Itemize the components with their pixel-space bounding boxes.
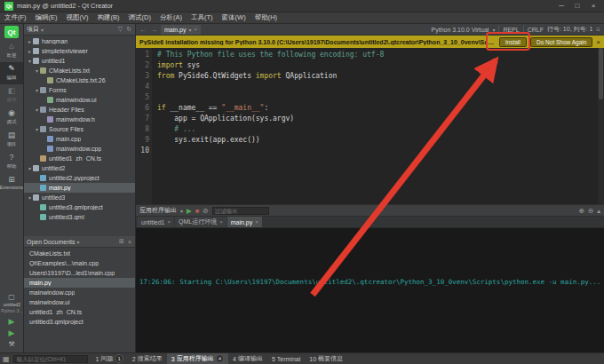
zoom-out-icon[interactable]: ⊖ bbox=[588, 207, 593, 215]
kit-selector[interactable]: ▢ untitled2 Python 3... bbox=[0, 291, 23, 315]
clear-output-icon[interactable]: ⊘ bbox=[203, 207, 208, 215]
open-document-item[interactable]: untitled1_zh_CN.ts bbox=[24, 307, 135, 317]
tree-item[interactable]: Source Files bbox=[24, 124, 135, 134]
menu-item[interactable]: 视图(V) bbox=[62, 13, 93, 22]
tab-close-icon[interactable]: × bbox=[219, 219, 223, 225]
expander-icon[interactable] bbox=[34, 126, 40, 132]
expander-icon[interactable] bbox=[34, 87, 40, 93]
tree-item[interactable]: untitled3 bbox=[24, 193, 135, 202]
tree-item[interactable]: main.cpp bbox=[24, 134, 135, 144]
back-icon[interactable]: ← bbox=[139, 26, 147, 34]
output-pane-button[interactable]: 2 搜索结果 bbox=[128, 353, 167, 364]
zoom-in-icon[interactable]: ⊕ bbox=[579, 207, 584, 215]
open-document-item[interactable]: Users\19197\D...led1\main.cpp bbox=[24, 268, 135, 278]
tree-item[interactable]: untitled1_zh_CN.ts bbox=[24, 154, 135, 163]
tree-item[interactable]: mainwindow.ui bbox=[24, 95, 135, 105]
open-documents-selector[interactable]: Open Documents bbox=[27, 239, 75, 245]
tree-item[interactable]: main.py bbox=[24, 183, 135, 193]
line-ending-selector[interactable]: CRLF bbox=[528, 27, 544, 33]
open-document-item[interactable]: mainwindow.cpp bbox=[24, 288, 135, 297]
sidebar-toggle-icon[interactable]: ▦ bbox=[3, 355, 10, 363]
expander-icon[interactable] bbox=[34, 107, 40, 113]
output-tab[interactable]: QML运行环境 × bbox=[175, 217, 226, 227]
code-area[interactable]: # This Python file uses the following en… bbox=[152, 48, 598, 204]
mode-item[interactable]: ▤ 项目 bbox=[0, 129, 23, 151]
tree-item[interactable]: untitled2 bbox=[24, 163, 135, 173]
open-document-item[interactable]: main.py bbox=[24, 278, 135, 288]
projects-pane-selector[interactable]: 项目 bbox=[27, 25, 39, 34]
repl-button[interactable]: REPL bbox=[503, 27, 519, 33]
mode-item[interactable]: ◉ 调试 bbox=[0, 107, 23, 129]
tab-close-icon[interactable]: × bbox=[167, 219, 171, 225]
output-filter-input[interactable] bbox=[212, 207, 269, 215]
forward-icon[interactable]: → bbox=[150, 26, 157, 34]
sync-with-editor-icon[interactable]: ↻ bbox=[125, 26, 132, 33]
expander-icon[interactable] bbox=[27, 38, 33, 44]
menu-item[interactable]: 分析(A) bbox=[155, 13, 187, 22]
application-output[interactable]: 17:26:06: Starting C:\Users\19197\Docume… bbox=[136, 228, 604, 352]
mode-item[interactable]: ✎ 编辑 bbox=[0, 62, 23, 84]
document-close-icon[interactable]: × bbox=[195, 27, 198, 32]
tree-item[interactable]: untitled3.qml bbox=[24, 212, 135, 222]
locator-input[interactable] bbox=[13, 355, 88, 363]
output-pane-button[interactable]: 1 问题 1 bbox=[91, 353, 128, 364]
python-env-selector[interactable]: Python 3.10.0 Virtual bbox=[432, 27, 489, 33]
tree-item[interactable]: untitled3.qmlproject bbox=[24, 202, 135, 212]
do-not-show-again-button[interactable]: Do Not Show Again bbox=[530, 37, 592, 47]
menu-item[interactable]: 调试(D) bbox=[124, 13, 155, 22]
output-tab[interactable]: main.py × bbox=[227, 217, 262, 227]
menu-item[interactable]: 构建(B) bbox=[93, 13, 124, 22]
tree-item[interactable]: Header Files bbox=[24, 105, 135, 115]
editor-menu-icon[interactable]: ≡ bbox=[596, 26, 600, 34]
run-button[interactable]: ▶ bbox=[0, 315, 23, 327]
tab-close-icon[interactable]: × bbox=[255, 219, 258, 225]
document-tab[interactable]: main.py ▾ × bbox=[161, 25, 201, 35]
split-icon[interactable]: ⊞ bbox=[118, 238, 125, 245]
open-document-item[interactable]: untitled3.qmlproject bbox=[24, 317, 135, 327]
mode-item[interactable]: ? 帮助 bbox=[0, 151, 23, 173]
code-editor[interactable]: 12345678910 # This Python file uses the … bbox=[136, 48, 604, 205]
tree-item[interactable]: mainwindow.cpp bbox=[24, 144, 135, 154]
open-document-item[interactable]: CMakeLists.txt bbox=[24, 249, 135, 258]
open-document-item[interactable]: mainwindow.ui bbox=[24, 297, 135, 307]
output-pane-button[interactable]: 10 概要信息 bbox=[305, 353, 347, 364]
infobar-close-icon[interactable]: × bbox=[596, 38, 600, 46]
output-tab[interactable]: untitled1 × bbox=[138, 217, 174, 227]
mode-item[interactable]: ◧ 设计 bbox=[0, 84, 23, 107]
close-button[interactable]: × bbox=[587, 2, 600, 10]
install-button[interactable]: Install bbox=[499, 37, 527, 47]
editor-scrollbar[interactable] bbox=[598, 48, 604, 204]
mode-item[interactable]: ⌂ 欢迎 bbox=[0, 40, 23, 62]
expander-icon[interactable] bbox=[34, 67, 40, 74]
debug-button[interactable]: ▶ bbox=[0, 327, 23, 338]
run-output-icon[interactable]: ▶ bbox=[187, 207, 192, 215]
tree-item[interactable]: hangman bbox=[24, 36, 135, 46]
expander-icon[interactable] bbox=[27, 165, 33, 171]
output-pane-button[interactable]: 5 Terminal bbox=[267, 353, 305, 364]
expander-icon[interactable] bbox=[27, 194, 33, 201]
maximize-pane-icon[interactable]: ▴ bbox=[597, 207, 600, 215]
tree-item[interactable]: untitled2.pyproject bbox=[24, 173, 135, 183]
filter-icon[interactable]: ▽ bbox=[117, 26, 123, 33]
tree-item[interactable]: Forms bbox=[24, 85, 135, 95]
tree-item[interactable]: mainwindow.h bbox=[24, 115, 135, 124]
tree-item[interactable]: CMakeLists.txt bbox=[24, 66, 135, 75]
output-pane-button[interactable]: 3 应用程序输出 4 bbox=[167, 353, 228, 364]
open-document-item[interactable]: Qt\Examples\...\main.cpp bbox=[24, 258, 135, 268]
menu-item[interactable]: 工具(T) bbox=[187, 13, 218, 22]
stop-icon[interactable]: ■ bbox=[195, 207, 200, 215]
minimize-button[interactable]: ─ bbox=[555, 2, 568, 10]
expander-icon[interactable] bbox=[27, 58, 33, 64]
maximize-button[interactable]: □ bbox=[571, 2, 584, 10]
menu-item[interactable]: 编辑(E) bbox=[31, 13, 62, 22]
tree-item[interactable]: CMakeLists.txt.26 bbox=[24, 75, 135, 85]
tree-item[interactable]: untitled1 bbox=[24, 56, 135, 66]
menu-item[interactable]: 文件(F) bbox=[0, 13, 31, 22]
close-pane-icon[interactable]: × bbox=[127, 239, 132, 245]
output-pane-button[interactable]: 4 编译输出 bbox=[228, 353, 267, 364]
build-button[interactable]: ⚒ bbox=[0, 338, 23, 350]
output-pane-selector[interactable]: 应用程序输出 bbox=[139, 206, 177, 215]
scrollbar-thumb[interactable] bbox=[599, 48, 603, 99]
tree-item[interactable]: simpletextviewer bbox=[24, 46, 135, 56]
expander-icon[interactable] bbox=[27, 48, 33, 54]
